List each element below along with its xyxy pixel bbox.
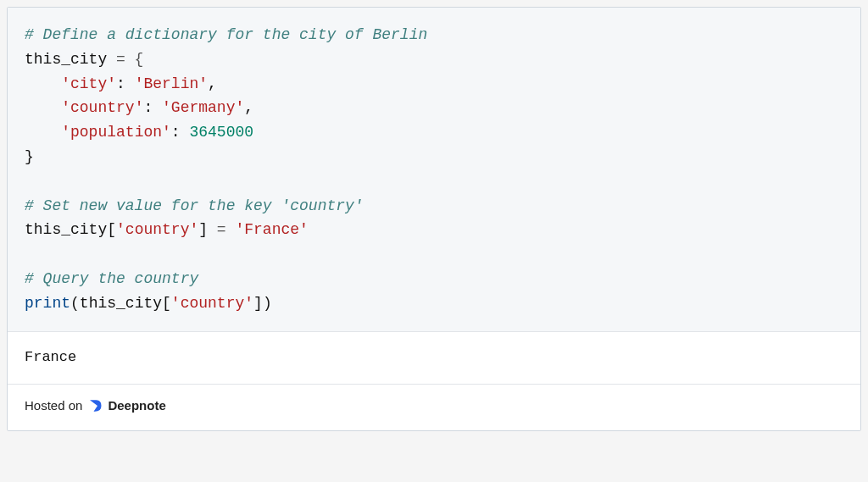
- deepnote-logo-icon: [87, 398, 103, 413]
- footer-prefix: Hosted on: [25, 398, 82, 413]
- code-block: # Define a dictionary for the city of Be…: [25, 23, 843, 316]
- code-string: 'country': [116, 221, 198, 238]
- code-punct: ]): [253, 295, 272, 312]
- code-punct: :: [143, 99, 162, 116]
- code-punct: ,: [208, 75, 217, 92]
- code-punct: :: [116, 75, 135, 92]
- code-op: = {: [107, 51, 143, 68]
- code-string: 'Germany': [162, 99, 244, 116]
- output-text: France: [25, 349, 76, 365]
- code-number: 3645000: [189, 124, 253, 141]
- footer-brand: Deepnote: [108, 398, 165, 413]
- code-string: 'country': [61, 99, 143, 116]
- code-comment: # Set new value for the key 'country': [25, 197, 364, 214]
- code-comment: # Query the country: [25, 270, 198, 287]
- code-output: France: [8, 332, 860, 385]
- code-punct: ,: [244, 99, 253, 116]
- code-input[interactable]: # Define a dictionary for the city of Be…: [8, 8, 860, 332]
- code-punct: [: [162, 295, 171, 312]
- code-punct: }: [25, 148, 34, 165]
- code-string: 'city': [61, 75, 116, 92]
- code-identifier: this_city: [80, 295, 162, 312]
- code-builtin: print: [25, 295, 70, 312]
- code-identifier: this_city: [25, 221, 107, 238]
- code-punct: (: [70, 295, 80, 312]
- code-string: 'population': [61, 124, 171, 141]
- code-punct: ]: [198, 221, 208, 238]
- code-op: =: [208, 221, 235, 238]
- code-string: 'Berlin': [135, 75, 208, 92]
- notebook-cell: # Define a dictionary for the city of Be…: [7, 7, 861, 431]
- code-string: 'France': [235, 221, 308, 238]
- code-punct: [: [107, 221, 116, 238]
- code-string: 'country': [171, 295, 253, 312]
- code-comment: # Define a dictionary for the city of Be…: [25, 26, 427, 43]
- code-punct: :: [171, 124, 190, 141]
- hosted-footer[interactable]: Hosted on Deepnote: [8, 385, 860, 430]
- code-identifier: this_city: [25, 51, 107, 68]
